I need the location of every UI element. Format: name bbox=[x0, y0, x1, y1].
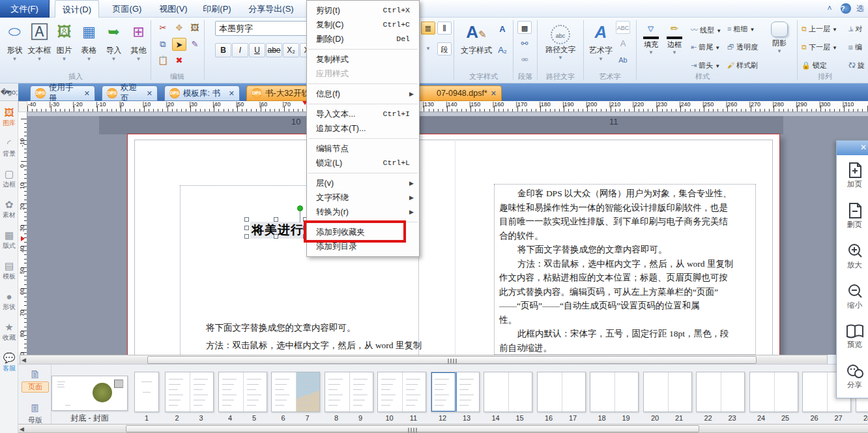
thumbnail-pair[interactable] bbox=[325, 372, 373, 412]
sidebar-item-layout[interactable]: ▦版式 bbox=[0, 229, 18, 249]
document-tab-1[interactable]: DPS使用手册✕ bbox=[30, 85, 95, 101]
document-tab-3[interactable]: DPS模板库: 书✕ bbox=[164, 85, 240, 101]
menu-item-15[interactable]: 层(v)▶ bbox=[307, 176, 419, 190]
thumbnail-pair[interactable] bbox=[165, 372, 214, 412]
link-frames-icon[interactable]: ⚯ bbox=[517, 37, 532, 50]
rotate-handle[interactable] bbox=[297, 205, 303, 211]
format-X₂-button[interactable]: X₂ bbox=[283, 43, 299, 57]
paragraph-mark-button[interactable]: 段 bbox=[437, 42, 452, 55]
menu-item-16[interactable]: 文字环绕▶ bbox=[307, 190, 419, 205]
word-art-case-icon[interactable]: Ab bbox=[616, 53, 630, 67]
thumbnail-page[interactable] bbox=[508, 372, 532, 411]
palette-header[interactable]: ✕ bbox=[837, 141, 868, 155]
word-art-edit-icon[interactable]: ABC bbox=[616, 21, 630, 34]
select-cursor-icon[interactable]: ➤ bbox=[172, 38, 186, 51]
sidebar-item-background[interactable]: ◜背景 bbox=[0, 137, 18, 157]
menu-tab-1[interactable]: 设计(D) bbox=[55, 0, 99, 18]
selection-handle[interactable] bbox=[244, 226, 249, 230]
thumbnail-page[interactable] bbox=[562, 372, 586, 411]
send-backward-button[interactable]: ⧉ 下一层 ▼ bbox=[802, 42, 837, 52]
thumbnail-page[interactable] bbox=[484, 372, 508, 411]
thumbnail-pair[interactable] bbox=[484, 372, 532, 412]
thumbnail-pair[interactable] bbox=[537, 372, 586, 412]
thumbnail-page[interactable] bbox=[431, 372, 456, 411]
insert-2-button[interactable]: 🄰文本框▼ bbox=[27, 19, 51, 62]
palette-close-icon[interactable]: ✕ bbox=[860, 143, 867, 152]
thumbnail-page[interactable] bbox=[166, 372, 190, 411]
thumbnail-page[interactable] bbox=[774, 372, 798, 411]
menu-item-19[interactable]: 添加到收藏夹 bbox=[307, 225, 419, 239]
dropdown-arrow-icon[interactable]: ▼ bbox=[27, 56, 51, 62]
sidebar-expander-icon[interactable]: ▸ bbox=[0, 87, 18, 96]
collapse-ribbon-icon[interactable]: ˄ bbox=[824, 3, 835, 14]
tab-close-icon[interactable]: ✕ bbox=[84, 89, 90, 98]
bring-forward-button[interactable]: ⧉ 上一层 ▼ bbox=[802, 24, 837, 34]
thumbnail-page[interactable] bbox=[721, 372, 745, 411]
columns-icon[interactable]: ⫴ bbox=[437, 22, 452, 35]
tab-close-icon[interactable]: ✕ bbox=[147, 89, 152, 98]
selection-handle[interactable] bbox=[274, 217, 278, 222]
copy-icon[interactable]: ⧉ bbox=[156, 38, 170, 51]
align-text-icon[interactable]: ≣ bbox=[421, 22, 435, 35]
delete-icon[interactable]: ✖ bbox=[172, 54, 186, 67]
thumbs-scroll-left-icon[interactable]: ◀ bbox=[20, 426, 24, 432]
menu-tab-3[interactable]: 视图(V) bbox=[154, 0, 193, 18]
menu-tab-4[interactable]: 印刷(P) bbox=[198, 0, 236, 18]
text-style-button[interactable]: A✎ 文字样式 bbox=[457, 19, 495, 56]
sidebar-item-favorites[interactable]: ★收藏 bbox=[0, 321, 18, 341]
thumbnail-page[interactable] bbox=[668, 372, 692, 411]
thumbnail-page[interactable] bbox=[615, 372, 639, 411]
style-brush-button[interactable]: 🖌 样式刷 bbox=[727, 61, 758, 70]
menu-item-4[interactable]: 复制样式 bbox=[307, 52, 419, 67]
char-style-icon[interactable]: A bbox=[495, 23, 510, 36]
palette-delete-page-button[interactable]: 删页 bbox=[839, 202, 868, 230]
dropdown-arrow-icon[interactable]: ▼ bbox=[3, 56, 27, 62]
menu-item-0[interactable]: 剪切(t)Ctrl+X bbox=[307, 3, 419, 18]
thumbnail-page[interactable] bbox=[296, 372, 320, 411]
thumbnail-pair[interactable] bbox=[643, 372, 692, 412]
thumbs-scrollbar-thumb[interactable] bbox=[126, 425, 699, 432]
menu-tab-2[interactable]: 页面(G) bbox=[106, 0, 149, 18]
thumbnail-pair[interactable] bbox=[749, 372, 798, 412]
thumbnail-page[interactable] bbox=[750, 372, 774, 411]
pan-hand-icon[interactable]: ✥ bbox=[172, 22, 186, 35]
fill-button[interactable]: 🜄 填充▼ bbox=[641, 22, 661, 55]
font-family-combo[interactable]: 本墨剪字 bbox=[215, 21, 319, 36]
thumbnail-page[interactable] bbox=[134, 372, 159, 412]
lock-button[interactable]: 🔒 锁定 bbox=[802, 61, 827, 70]
align-button-partial[interactable]: ⫡ 对 bbox=[848, 24, 862, 34]
opacity-button[interactable]: 🗗 透明度 bbox=[727, 42, 758, 52]
menu-item-13[interactable]: 锁定(L)Ctrl+L bbox=[307, 156, 419, 170]
menu-item-9[interactable]: 导入文本...Ctrl+I bbox=[307, 107, 419, 121]
insert-3-button[interactable]: 🖼图片▼ bbox=[52, 19, 76, 62]
arrow-tail-button[interactable]: ⇤ 箭尾 ▼ bbox=[691, 42, 720, 52]
rotate-button-partial[interactable]: 🗘 旋 bbox=[848, 61, 865, 70]
menu-item-12[interactable]: 编辑节点 bbox=[307, 142, 419, 156]
thumbnail-page[interactable] bbox=[644, 372, 668, 411]
sidebar-item-material[interactable]: ✿素材 bbox=[0, 198, 18, 218]
dropdown-arrow-icon[interactable]: ▼ bbox=[126, 56, 151, 62]
menu-item-7[interactable]: 信息(f)▶ bbox=[307, 87, 419, 101]
thumbnail-page[interactable] bbox=[803, 372, 827, 411]
unlink-frames-icon[interactable]: ⚮ bbox=[517, 53, 532, 67]
insert-5-button[interactable]: ➥导入▼ bbox=[102, 19, 126, 62]
thumbnail-pair[interactable] bbox=[696, 372, 745, 412]
canvas-hscrollbar[interactable]: ◀ bbox=[20, 355, 828, 365]
shadow-button[interactable]: 阴影 ▼ bbox=[766, 20, 792, 54]
selection-handle[interactable] bbox=[244, 234, 249, 239]
selection-handle[interactable] bbox=[244, 217, 249, 222]
palette-preview-button[interactable]: 预览 bbox=[839, 323, 868, 350]
sidebar-item-shape[interactable]: ●形状 bbox=[0, 290, 18, 310]
menu-item-10[interactable]: 追加文本(T)... bbox=[307, 121, 419, 136]
menu-item-17[interactable]: 转换为(r)▶ bbox=[307, 205, 419, 219]
thumbnail-page[interactable] bbox=[697, 372, 721, 411]
menu-item-2[interactable]: 删除(D)Del bbox=[307, 32, 419, 46]
thumbnail-page[interactable] bbox=[378, 372, 402, 411]
palette-add-page-button[interactable]: 加页 bbox=[839, 162, 868, 189]
format-I-button[interactable]: I bbox=[232, 43, 248, 57]
cut-icon[interactable]: ✂ bbox=[156, 22, 170, 35]
picture-tool-icon[interactable]: 🖼 bbox=[188, 22, 202, 35]
dropdown-arrow-icon[interactable]: ▼ bbox=[102, 56, 126, 62]
insert-4-button[interactable]: ▦表格▼ bbox=[77, 19, 101, 62]
palette-share-button[interactable]: 分享 bbox=[839, 364, 868, 390]
